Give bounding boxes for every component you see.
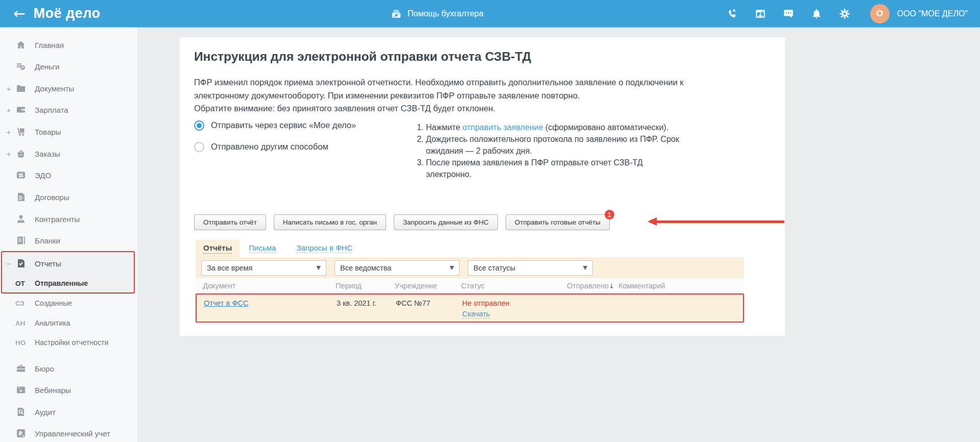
sidebar-item-upravlencheskiy-uchet[interactable]: ₽ Управленческий учет [0,427,137,440]
document-link[interactable]: Отчет в ФСС [204,299,248,307]
chevron-down-icon: ▼ [317,264,321,271]
sidebar-item-byuro[interactable]: Бюро [0,362,137,375]
cash-icon [391,8,402,19]
tab-zaprosy-fns[interactable]: Запросы в ФНС [296,243,352,253]
audit-magnifier-icon [15,406,27,418]
money-icon: ₽ [15,61,27,72]
write-letter-button[interactable]: Написать письмо в гос. орган [274,214,386,230]
expand-plus-icon[interactable]: + [5,106,12,114]
step-item: После приема заявления в ПФР отправьте о… [426,157,683,180]
person-icon [15,213,27,225]
table-header: Документ Период Учреждение Статус Отправ… [196,278,744,293]
back-arrow-icon[interactable]: ← [13,7,25,21]
send-report-button[interactable]: Отправить отчёт [194,214,266,230]
callback-phone-icon[interactable] [727,8,738,19]
col-comment: Комментарий [618,282,744,290]
wallet-icon [15,104,27,115]
sidebar-item-blanki[interactable]: Бланки [0,234,137,247]
col-period: Период [336,282,395,290]
filter-agency-select[interactable]: Все ведомства ▼ [334,260,460,276]
avatar[interactable]: О [870,4,890,23]
sidebar-item-dogovory[interactable]: Договоры [0,190,137,204]
pointer-arrow-icon [648,217,657,226]
download-link[interactable]: Скачать [462,310,490,318]
sidebar-item-audit[interactable]: Аудит [0,405,137,419]
sidebar-item-nastroyki-otchetnosti[interactable]: НО Настройки отчетности [0,336,137,349]
sidebar-item-sozdannye[interactable]: СЗ Созданные [0,297,137,310]
filter-status-select[interactable]: Все статусы ▼ [468,260,593,276]
briefcase-icon [15,363,27,374]
row-status: Не отправлен Скачать [462,299,568,318]
basket-icon [15,148,27,159]
step-item: Дождитесь положительного протокола по за… [426,133,683,157]
main-content: Инструкция для электронной отправки отче… [137,27,980,442]
collapse-minus-icon[interactable]: − [5,259,12,268]
sidebar-item-glavnaya[interactable]: Главная [0,38,137,52]
expand-plus-icon[interactable]: + [5,84,12,93]
sidebar-item-zakazy[interactable]: + Заказы [0,147,137,160]
intro-line: ПФР изменил порядок приема электронной о… [194,76,684,89]
sidebar-item-edo[interactable]: ЭДО [0,168,137,182]
filter-period-select[interactable]: За все время ▼ [201,260,326,276]
steps-list: Нажмите отправить заявление (сформирован… [415,121,683,180]
row-period: 3 кв. 2021 г. [337,299,396,307]
sidebar-item-zarplata[interactable]: + Зарплата [0,103,137,116]
notifications-bell-icon[interactable] [811,8,822,19]
tab-otchety[interactable]: Отчёты [196,239,240,257]
management-accounting-icon: ₽ [15,428,27,439]
col-sent[interactable]: Отправлено↓ [567,282,618,290]
home-icon [15,39,27,51]
webinar-play-icon [15,384,27,396]
radio-unchecked-icon[interactable] [194,142,204,152]
webinar-window-icon[interactable] [755,8,766,19]
sidebar-item-otpravlennye[interactable]: ОТ Отправленные [0,277,137,290]
reports-icon [15,258,27,269]
app-logo[interactable]: Моё дело [33,6,100,21]
org-name[interactable]: ООО "МОЕ ДЕЛО" [897,9,968,18]
trolley-icon [15,126,27,137]
intro-line: электронному документообороту. При измен… [194,89,684,103]
sidebar-item-dokumenty[interactable]: + Документы [0,82,137,95]
sidebar: Главная ₽ Деньги + Документы + Зарплата … [0,27,137,442]
request-fns-button[interactable]: Запросить данные из ФНС [394,214,498,230]
report-row[interactable]: Отчет в ФСС 3 кв. 2021 г. ФСС №77 Не отп… [196,293,744,323]
radio-option-service[interactable]: Отправить через сервис «Мое дело» [194,120,356,131]
filter-panel: За все время ▼ Все ведомства ▼ Все стату… [196,257,744,278]
sort-desc-icon: ↓ [609,282,614,290]
intro-text: ПФР изменил порядок приема электронной о… [194,76,684,115]
row-institution: ФСС №77 [396,299,462,307]
sidebar-item-vebinary[interactable]: Вебинары [0,383,137,397]
pointer-arrow-icon [657,220,784,223]
sidebar-item-kontragenty[interactable]: Контрагенты [0,212,137,226]
edo-arrows-icon [15,169,27,181]
radio-checked-icon[interactable] [194,120,204,131]
col-institution: Учреждение [395,282,461,290]
accountant-help-label: Помощь бухгалтера [408,9,484,18]
settings-gear-icon[interactable] [839,8,850,19]
sidebar-item-analitika[interactable]: АН Аналитика [0,316,137,330]
ready-count-badge: 1 [605,210,614,219]
actions-toolbar: Отправить отчёт Написать письмо в гос. о… [194,214,610,230]
radio-option-other[interactable]: Отправлено другим способом [194,141,356,152]
sidebar-item-tovary[interactable]: + Товары [0,125,137,138]
tab-pisma[interactable]: Письма [249,243,276,253]
chevron-down-icon: ▼ [583,264,587,271]
status-not-sent: Не отправлен [462,299,510,307]
expand-plus-icon[interactable]: + [5,128,12,136]
send-ready-reports-button[interactable]: Отправить готовые отчёты 1 [506,214,610,230]
instruction-card: Инструкция для электронной отправки отче… [180,37,785,336]
send-application-link[interactable]: отправить заявление [463,123,543,132]
top-header: ← Моё дело Помощь бухгалтера [0,0,980,27]
intro-line: Обратите внимание: без принятого заявлен… [194,102,684,115]
expand-plus-icon[interactable]: + [5,150,12,158]
accountant-help-button[interactable]: Помощь бухгалтера [391,0,484,27]
tabs: Отчёты Письма Запросы в ФНС [196,239,352,257]
col-status: Статус [461,282,567,290]
svg-text:₽: ₽ [19,431,22,436]
chevron-down-icon: ▼ [450,264,454,271]
chat-icon[interactable] [783,8,794,19]
blank-form-icon [15,235,27,246]
svg-text:₽: ₽ [21,65,24,70]
sidebar-item-otchety[interactable]: − Отчеты [0,257,137,270]
sidebar-item-dengi[interactable]: ₽ Деньги [0,60,137,73]
